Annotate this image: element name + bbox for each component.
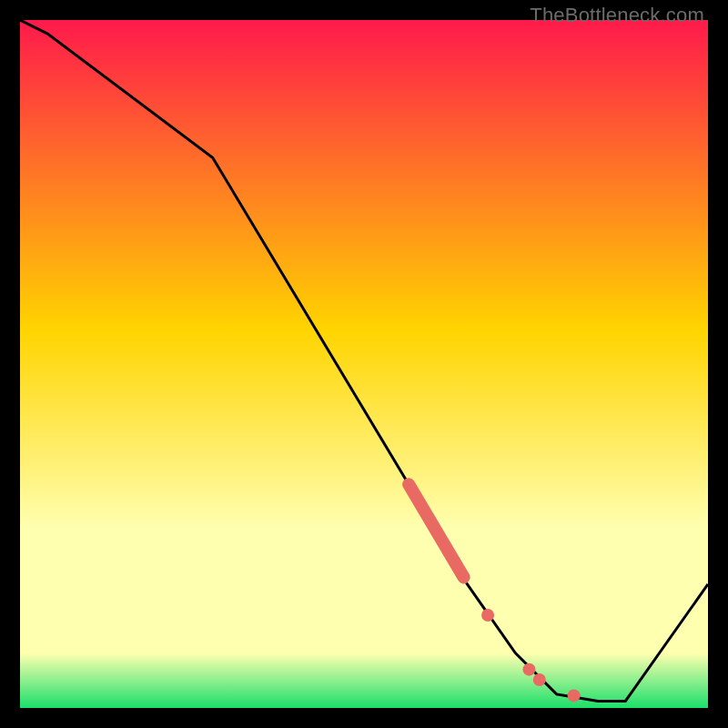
chart-frame [20,20,708,708]
bottleneck-chart [20,20,708,708]
highlight-dot [533,673,546,686]
watermark-text: TheBottleneck.com [530,4,704,27]
highlight-dot [522,663,535,676]
gradient-background [20,20,708,708]
highlight-dot [568,689,581,702]
highlight-dot [481,609,494,622]
